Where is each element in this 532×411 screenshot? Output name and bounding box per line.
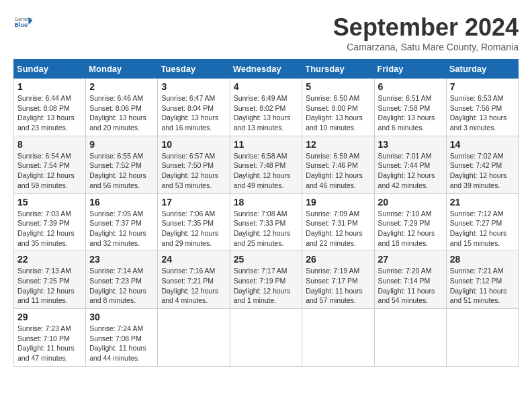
day-info: Sunrise: 6:50 AM Sunset: 8:00 PM Dayligh… (306, 93, 370, 133)
calendar-day-cell (230, 309, 302, 367)
day-number: 15 (17, 197, 82, 208)
logo-icon: General Blue (13, 13, 32, 32)
calendar-day-cell: 15Sunrise: 7:03 AM Sunset: 7:39 PM Dayli… (14, 193, 86, 251)
day-number: 4 (234, 81, 299, 92)
calendar-day-cell: 19Sunrise: 7:09 AM Sunset: 7:31 PM Dayli… (302, 193, 374, 251)
day-number: 16 (89, 197, 154, 208)
day-number: 19 (306, 197, 370, 208)
calendar-day-cell (446, 309, 518, 367)
calendar-day-cell: 23Sunrise: 7:14 AM Sunset: 7:23 PM Dayli… (86, 251, 158, 309)
calendar-day-cell (374, 309, 446, 367)
calendar-day-cell: 12Sunrise: 6:59 AM Sunset: 7:46 PM Dayli… (302, 136, 374, 193)
day-number: 6 (378, 81, 443, 92)
day-info: Sunrise: 7:17 AM Sunset: 7:19 PM Dayligh… (234, 266, 299, 306)
weekday-header-thursday: Thursday (302, 60, 374, 79)
day-info: Sunrise: 7:10 AM Sunset: 7:29 PM Dayligh… (378, 209, 443, 248)
day-number: 24 (161, 254, 226, 265)
day-number: 11 (234, 139, 299, 150)
day-number: 20 (378, 197, 443, 208)
day-number: 2 (89, 81, 154, 92)
day-info: Sunrise: 6:51 AM Sunset: 7:58 PM Dayligh… (378, 93, 443, 133)
calendar-day-cell: 20Sunrise: 7:10 AM Sunset: 7:29 PM Dayli… (374, 193, 446, 251)
location-subtitle: Camarzana, Satu Mare County, Romania (333, 42, 519, 52)
calendar-week-row: 22Sunrise: 7:13 AM Sunset: 7:25 PM Dayli… (14, 251, 519, 309)
calendar-day-cell: 28Sunrise: 7:21 AM Sunset: 7:12 PM Dayli… (446, 251, 518, 309)
calendar-day-cell: 2Sunrise: 6:46 AM Sunset: 8:06 PM Daylig… (86, 79, 158, 136)
day-info: Sunrise: 6:47 AM Sunset: 8:04 PM Dayligh… (161, 93, 226, 133)
calendar-day-cell: 18Sunrise: 7:08 AM Sunset: 7:33 PM Dayli… (230, 193, 302, 251)
day-info: Sunrise: 6:59 AM Sunset: 7:46 PM Dayligh… (306, 151, 370, 191)
day-info: Sunrise: 7:03 AM Sunset: 7:39 PM Dayligh… (17, 209, 82, 248)
calendar-day-cell: 14Sunrise: 7:02 AM Sunset: 7:42 PM Dayli… (446, 136, 518, 193)
page-header: General Blue September 2024 Camarzana, S… (13, 13, 519, 52)
day-info: Sunrise: 6:57 AM Sunset: 7:50 PM Dayligh… (161, 151, 226, 191)
calendar-week-row: 15Sunrise: 7:03 AM Sunset: 7:39 PM Dayli… (14, 193, 519, 251)
calendar-day-cell: 6Sunrise: 6:51 AM Sunset: 7:58 PM Daylig… (374, 79, 446, 136)
weekday-header-monday: Monday (86, 60, 158, 79)
calendar-table: SundayMondayTuesdayWednesdayThursdayFrid… (13, 59, 519, 367)
day-number: 12 (306, 139, 370, 150)
calendar-day-cell: 10Sunrise: 6:57 AM Sunset: 7:50 PM Dayli… (158, 136, 230, 193)
day-info: Sunrise: 7:01 AM Sunset: 7:44 PM Dayligh… (378, 151, 443, 191)
day-info: Sunrise: 6:49 AM Sunset: 8:02 PM Dayligh… (234, 93, 299, 133)
day-number: 27 (378, 254, 443, 265)
svg-text:Blue: Blue (14, 21, 28, 28)
weekday-header-row: SundayMondayTuesdayWednesdayThursdayFrid… (14, 60, 519, 79)
calendar-day-cell: 3Sunrise: 6:47 AM Sunset: 8:04 PM Daylig… (158, 79, 230, 136)
day-info: Sunrise: 6:46 AM Sunset: 8:06 PM Dayligh… (89, 93, 154, 133)
calendar-day-cell (302, 309, 374, 367)
calendar-week-row: 8Sunrise: 6:54 AM Sunset: 7:54 PM Daylig… (14, 136, 519, 193)
calendar-day-cell: 4Sunrise: 6:49 AM Sunset: 8:02 PM Daylig… (230, 79, 302, 136)
calendar-day-cell: 29Sunrise: 7:23 AM Sunset: 7:10 PM Dayli… (14, 309, 86, 367)
day-number: 3 (161, 81, 226, 92)
day-info: Sunrise: 7:05 AM Sunset: 7:37 PM Dayligh… (89, 209, 154, 248)
day-number: 29 (17, 312, 82, 322)
day-info: Sunrise: 7:21 AM Sunset: 7:12 PM Dayligh… (450, 266, 515, 306)
calendar-day-cell: 30Sunrise: 7:24 AM Sunset: 7:08 PM Dayli… (86, 309, 158, 367)
calendar-day-cell: 21Sunrise: 7:12 AM Sunset: 7:27 PM Dayli… (446, 193, 518, 251)
day-info: Sunrise: 7:12 AM Sunset: 7:27 PM Dayligh… (450, 209, 515, 248)
calendar-day-cell (158, 309, 230, 367)
calendar-day-cell: 1Sunrise: 6:44 AM Sunset: 8:08 PM Daylig… (14, 79, 86, 136)
day-number: 28 (450, 254, 515, 265)
calendar-day-cell: 22Sunrise: 7:13 AM Sunset: 7:25 PM Dayli… (14, 251, 86, 309)
day-number: 30 (89, 312, 154, 322)
day-number: 23 (89, 254, 154, 265)
weekday-header-wednesday: Wednesday (230, 60, 302, 79)
day-info: Sunrise: 6:55 AM Sunset: 7:52 PM Dayligh… (89, 151, 154, 191)
day-number: 10 (161, 139, 226, 150)
calendar-day-cell: 27Sunrise: 7:20 AM Sunset: 7:14 PM Dayli… (374, 251, 446, 309)
calendar-day-cell: 25Sunrise: 7:17 AM Sunset: 7:19 PM Dayli… (230, 251, 302, 309)
day-info: Sunrise: 7:13 AM Sunset: 7:25 PM Dayligh… (17, 266, 82, 306)
day-number: 13 (378, 139, 443, 150)
day-info: Sunrise: 7:16 AM Sunset: 7:21 PM Dayligh… (161, 266, 226, 306)
day-info: Sunrise: 7:02 AM Sunset: 7:42 PM Dayligh… (450, 151, 515, 191)
day-number: 26 (306, 254, 370, 265)
day-number: 7 (450, 81, 515, 92)
calendar-day-cell: 13Sunrise: 7:01 AM Sunset: 7:44 PM Dayli… (374, 136, 446, 193)
day-number: 18 (234, 197, 299, 208)
calendar-week-row: 1Sunrise: 6:44 AM Sunset: 8:08 PM Daylig… (14, 79, 519, 136)
day-info: Sunrise: 7:09 AM Sunset: 7:31 PM Dayligh… (306, 209, 370, 248)
title-block: September 2024 Camarzana, Satu Mare Coun… (333, 13, 519, 52)
calendar-day-cell: 7Sunrise: 6:53 AM Sunset: 7:56 PM Daylig… (446, 79, 518, 136)
weekday-header-friday: Friday (374, 60, 446, 79)
day-number: 25 (234, 254, 299, 265)
day-number: 5 (306, 81, 370, 92)
calendar-day-cell: 17Sunrise: 7:06 AM Sunset: 7:35 PM Dayli… (158, 193, 230, 251)
day-number: 22 (17, 254, 82, 265)
day-number: 21 (450, 197, 515, 208)
day-number: 9 (89, 139, 154, 150)
calendar-day-cell: 24Sunrise: 7:16 AM Sunset: 7:21 PM Dayli… (158, 251, 230, 309)
calendar-day-cell: 5Sunrise: 6:50 AM Sunset: 8:00 PM Daylig… (302, 79, 374, 136)
day-info: Sunrise: 6:53 AM Sunset: 7:56 PM Dayligh… (450, 93, 515, 133)
day-number: 17 (161, 197, 226, 208)
calendar-day-cell: 16Sunrise: 7:05 AM Sunset: 7:37 PM Dayli… (86, 193, 158, 251)
weekday-header-saturday: Saturday (446, 60, 518, 79)
day-info: Sunrise: 6:44 AM Sunset: 8:08 PM Dayligh… (17, 93, 82, 133)
day-number: 14 (450, 139, 515, 150)
day-info: Sunrise: 7:20 AM Sunset: 7:14 PM Dayligh… (378, 266, 443, 306)
day-number: 8 (17, 139, 82, 150)
day-info: Sunrise: 7:14 AM Sunset: 7:23 PM Dayligh… (89, 266, 154, 306)
calendar-week-row: 29Sunrise: 7:23 AM Sunset: 7:10 PM Dayli… (14, 309, 519, 367)
